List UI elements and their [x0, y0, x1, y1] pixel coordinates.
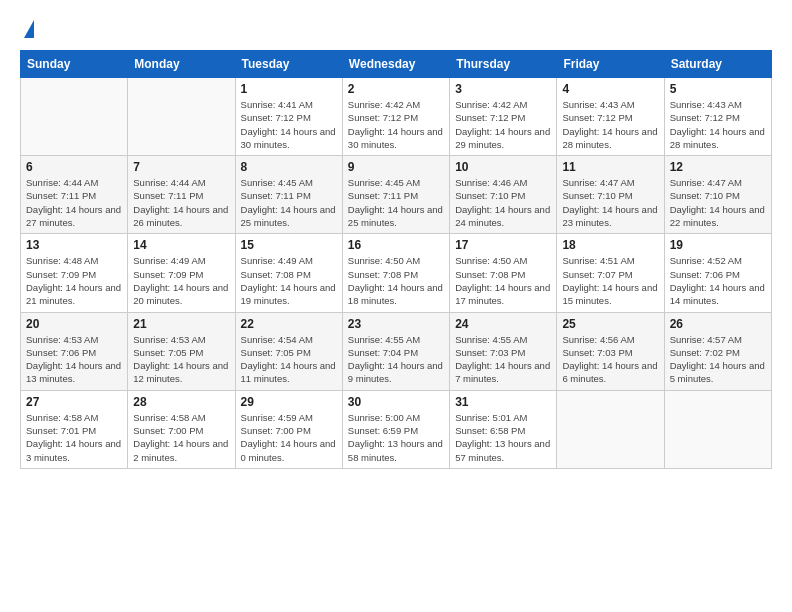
calendar-day-cell: 26Sunrise: 4:57 AMSunset: 7:02 PMDayligh…: [664, 312, 771, 390]
day-info: Sunrise: 4:48 AMSunset: 7:09 PMDaylight:…: [26, 254, 122, 307]
day-number: 7: [133, 160, 229, 174]
day-info: Sunrise: 4:44 AMSunset: 7:11 PMDaylight:…: [133, 176, 229, 229]
weekday-header-sunday: Sunday: [21, 51, 128, 78]
day-number: 6: [26, 160, 122, 174]
day-number: 8: [241, 160, 337, 174]
day-info: Sunrise: 4:54 AMSunset: 7:05 PMDaylight:…: [241, 333, 337, 386]
day-number: 22: [241, 317, 337, 331]
calendar-week-row: 20Sunrise: 4:53 AMSunset: 7:06 PMDayligh…: [21, 312, 772, 390]
calendar-day-cell: 19Sunrise: 4:52 AMSunset: 7:06 PMDayligh…: [664, 234, 771, 312]
day-info: Sunrise: 4:57 AMSunset: 7:02 PMDaylight:…: [670, 333, 766, 386]
day-number: 24: [455, 317, 551, 331]
day-info: Sunrise: 4:53 AMSunset: 7:06 PMDaylight:…: [26, 333, 122, 386]
weekday-header-saturday: Saturday: [664, 51, 771, 78]
calendar-day-cell: 29Sunrise: 4:59 AMSunset: 7:00 PMDayligh…: [235, 390, 342, 468]
day-info: Sunrise: 4:50 AMSunset: 7:08 PMDaylight:…: [348, 254, 444, 307]
day-number: 27: [26, 395, 122, 409]
day-number: 5: [670, 82, 766, 96]
calendar-day-cell: 28Sunrise: 4:58 AMSunset: 7:00 PMDayligh…: [128, 390, 235, 468]
day-number: 25: [562, 317, 658, 331]
day-number: 20: [26, 317, 122, 331]
calendar-day-cell: 30Sunrise: 5:00 AMSunset: 6:59 PMDayligh…: [342, 390, 449, 468]
calendar-day-cell: 18Sunrise: 4:51 AMSunset: 7:07 PMDayligh…: [557, 234, 664, 312]
day-info: Sunrise: 4:45 AMSunset: 7:11 PMDaylight:…: [241, 176, 337, 229]
weekday-header-tuesday: Tuesday: [235, 51, 342, 78]
calendar-day-cell: 2Sunrise: 4:42 AMSunset: 7:12 PMDaylight…: [342, 78, 449, 156]
logo-triangle-icon: [24, 20, 34, 38]
calendar-day-cell: 24Sunrise: 4:55 AMSunset: 7:03 PMDayligh…: [450, 312, 557, 390]
day-info: Sunrise: 4:42 AMSunset: 7:12 PMDaylight:…: [455, 98, 551, 151]
calendar-day-cell: 23Sunrise: 4:55 AMSunset: 7:04 PMDayligh…: [342, 312, 449, 390]
day-info: Sunrise: 4:45 AMSunset: 7:11 PMDaylight:…: [348, 176, 444, 229]
weekday-header-monday: Monday: [128, 51, 235, 78]
day-number: 14: [133, 238, 229, 252]
calendar-day-cell: [128, 78, 235, 156]
day-number: 9: [348, 160, 444, 174]
day-info: Sunrise: 4:56 AMSunset: 7:03 PMDaylight:…: [562, 333, 658, 386]
weekday-header-thursday: Thursday: [450, 51, 557, 78]
calendar-day-cell: 12Sunrise: 4:47 AMSunset: 7:10 PMDayligh…: [664, 156, 771, 234]
calendar-day-cell: 5Sunrise: 4:43 AMSunset: 7:12 PMDaylight…: [664, 78, 771, 156]
calendar-week-row: 13Sunrise: 4:48 AMSunset: 7:09 PMDayligh…: [21, 234, 772, 312]
calendar-day-cell: [21, 78, 128, 156]
calendar-table: SundayMondayTuesdayWednesdayThursdayFrid…: [20, 50, 772, 469]
calendar-day-cell: 9Sunrise: 4:45 AMSunset: 7:11 PMDaylight…: [342, 156, 449, 234]
day-info: Sunrise: 4:58 AMSunset: 7:00 PMDaylight:…: [133, 411, 229, 464]
calendar-day-cell: 22Sunrise: 4:54 AMSunset: 7:05 PMDayligh…: [235, 312, 342, 390]
calendar-day-cell: 21Sunrise: 4:53 AMSunset: 7:05 PMDayligh…: [128, 312, 235, 390]
day-info: Sunrise: 4:44 AMSunset: 7:11 PMDaylight:…: [26, 176, 122, 229]
calendar-day-cell: 7Sunrise: 4:44 AMSunset: 7:11 PMDaylight…: [128, 156, 235, 234]
calendar-day-cell: 31Sunrise: 5:01 AMSunset: 6:58 PMDayligh…: [450, 390, 557, 468]
day-number: 28: [133, 395, 229, 409]
day-number: 26: [670, 317, 766, 331]
calendar-day-cell: 17Sunrise: 4:50 AMSunset: 7:08 PMDayligh…: [450, 234, 557, 312]
day-info: Sunrise: 4:49 AMSunset: 7:08 PMDaylight:…: [241, 254, 337, 307]
calendar-day-cell: 13Sunrise: 4:48 AMSunset: 7:09 PMDayligh…: [21, 234, 128, 312]
day-number: 18: [562, 238, 658, 252]
day-number: 30: [348, 395, 444, 409]
day-info: Sunrise: 4:52 AMSunset: 7:06 PMDaylight:…: [670, 254, 766, 307]
day-info: Sunrise: 4:53 AMSunset: 7:05 PMDaylight:…: [133, 333, 229, 386]
logo: [20, 16, 34, 38]
day-info: Sunrise: 4:47 AMSunset: 7:10 PMDaylight:…: [562, 176, 658, 229]
day-info: Sunrise: 4:47 AMSunset: 7:10 PMDaylight:…: [670, 176, 766, 229]
day-info: Sunrise: 4:59 AMSunset: 7:00 PMDaylight:…: [241, 411, 337, 464]
day-info: Sunrise: 4:42 AMSunset: 7:12 PMDaylight:…: [348, 98, 444, 151]
day-info: Sunrise: 4:55 AMSunset: 7:03 PMDaylight:…: [455, 333, 551, 386]
calendar-day-cell: [664, 390, 771, 468]
day-info: Sunrise: 4:50 AMSunset: 7:08 PMDaylight:…: [455, 254, 551, 307]
weekday-header-wednesday: Wednesday: [342, 51, 449, 78]
day-number: 1: [241, 82, 337, 96]
calendar-day-cell: 6Sunrise: 4:44 AMSunset: 7:11 PMDaylight…: [21, 156, 128, 234]
day-info: Sunrise: 5:01 AMSunset: 6:58 PMDaylight:…: [455, 411, 551, 464]
weekday-header-friday: Friday: [557, 51, 664, 78]
day-number: 31: [455, 395, 551, 409]
calendar-day-cell: [557, 390, 664, 468]
day-info: Sunrise: 4:51 AMSunset: 7:07 PMDaylight:…: [562, 254, 658, 307]
calendar-day-cell: 1Sunrise: 4:41 AMSunset: 7:12 PMDaylight…: [235, 78, 342, 156]
day-number: 11: [562, 160, 658, 174]
calendar-day-cell: 27Sunrise: 4:58 AMSunset: 7:01 PMDayligh…: [21, 390, 128, 468]
day-info: Sunrise: 4:43 AMSunset: 7:12 PMDaylight:…: [670, 98, 766, 151]
day-info: Sunrise: 4:58 AMSunset: 7:01 PMDaylight:…: [26, 411, 122, 464]
day-number: 16: [348, 238, 444, 252]
calendar-day-cell: 4Sunrise: 4:43 AMSunset: 7:12 PMDaylight…: [557, 78, 664, 156]
calendar-day-cell: 14Sunrise: 4:49 AMSunset: 7:09 PMDayligh…: [128, 234, 235, 312]
day-number: 2: [348, 82, 444, 96]
calendar-day-cell: 25Sunrise: 4:56 AMSunset: 7:03 PMDayligh…: [557, 312, 664, 390]
day-info: Sunrise: 5:00 AMSunset: 6:59 PMDaylight:…: [348, 411, 444, 464]
day-number: 13: [26, 238, 122, 252]
day-number: 17: [455, 238, 551, 252]
day-number: 19: [670, 238, 766, 252]
calendar-day-cell: 11Sunrise: 4:47 AMSunset: 7:10 PMDayligh…: [557, 156, 664, 234]
header: [20, 16, 772, 38]
calendar-day-cell: 3Sunrise: 4:42 AMSunset: 7:12 PMDaylight…: [450, 78, 557, 156]
day-info: Sunrise: 4:41 AMSunset: 7:12 PMDaylight:…: [241, 98, 337, 151]
day-info: Sunrise: 4:43 AMSunset: 7:12 PMDaylight:…: [562, 98, 658, 151]
calendar-week-row: 6Sunrise: 4:44 AMSunset: 7:11 PMDaylight…: [21, 156, 772, 234]
calendar-day-cell: 8Sunrise: 4:45 AMSunset: 7:11 PMDaylight…: [235, 156, 342, 234]
calendar-day-cell: 15Sunrise: 4:49 AMSunset: 7:08 PMDayligh…: [235, 234, 342, 312]
day-number: 10: [455, 160, 551, 174]
day-number: 12: [670, 160, 766, 174]
day-number: 21: [133, 317, 229, 331]
